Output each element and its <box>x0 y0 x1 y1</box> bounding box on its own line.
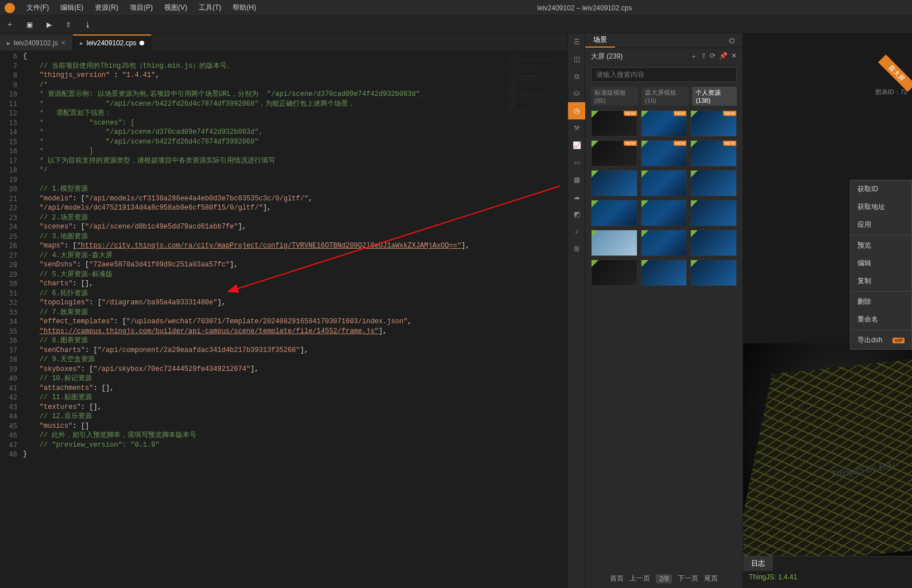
scene-panel: 场景 ⌬ 大屏 (239) ＋ ⇪ ⟳ 📌 ✕ 标准版模板(85)森大屏模板(1… <box>585 33 743 588</box>
resource-thumbnail[interactable]: NEW <box>690 110 737 137</box>
cm-edit[interactable]: 编辑 <box>851 254 911 272</box>
search-box <box>591 67 737 82</box>
resource-thumbnail[interactable] <box>591 260 637 286</box>
scene-tab-scene[interactable]: 场景 <box>585 33 615 48</box>
rail-template-icon[interactable]: ⊞ <box>568 240 585 257</box>
resource-thumbnail[interactable] <box>690 230 737 256</box>
menu-item[interactable]: 编辑(E) <box>55 3 89 13</box>
rail-globe-icon[interactable]: ◷ <box>568 102 585 119</box>
line-gutter: 6789101112131415161718192021222324252627… <box>0 51 23 588</box>
resource-thumbnail[interactable]: NEW <box>641 110 687 137</box>
rail-cloud-icon[interactable]: ☁ <box>568 188 585 206</box>
resource-thumbnail[interactable] <box>591 200 637 226</box>
resource-thumbnail[interactable] <box>641 230 687 256</box>
cm-get-url[interactable]: 获取地址 <box>851 198 911 216</box>
menu-item[interactable]: 文件(F) <box>21 3 55 13</box>
filter-tab[interactable]: 森大屏模板(16) <box>642 87 689 106</box>
rail-screen-icon[interactable]: ▭ <box>568 154 585 171</box>
rail-layers-icon[interactable]: ⧉ <box>568 68 585 85</box>
menu-item[interactable]: 视图(V) <box>159 3 193 13</box>
right-rail: ☰ ◫ ⧉ ⛁ ◷ ⚒ 📈 ▭ ▦ ☁ ◩ ♪ ⊞ <box>568 33 585 588</box>
rail-image-icon[interactable]: ▦ <box>568 171 585 188</box>
scene-sub-header: 大屏 (239) ＋ ⇪ ⟳ 📌 ✕ <box>585 48 743 65</box>
resource-thumbnail[interactable] <box>641 200 687 226</box>
resource-thumbnail[interactable]: NEW <box>591 110 637 137</box>
log-tab[interactable]: 日志 <box>743 556 773 571</box>
rail-cube-icon[interactable]: ◫ <box>568 51 585 68</box>
pager-number: 2/8 <box>656 574 673 583</box>
menu-item[interactable]: 资源(R) <box>89 3 124 13</box>
pager: 首页 上一页 2/8 下一页 尾页 <box>585 569 743 588</box>
resource-thumbnail[interactable] <box>690 170 737 196</box>
editor-tab[interactable]: ▸leiv2409102.cps <box>73 34 152 51</box>
resource-thumbnail[interactable]: NEW <box>641 140 687 167</box>
3d-canvas[interactable]: ThingJS by UIN <box>743 343 912 556</box>
resource-thumbnail[interactable] <box>591 170 637 196</box>
code-area[interactable]: { // 当前项目使用的ThingJS包（thing.min.js）的版本号。 … <box>23 51 504 588</box>
resource-thumbnail[interactable] <box>641 260 687 286</box>
app-logo-icon <box>5 3 15 13</box>
new-file-icon[interactable]: ＋ <box>3 18 16 31</box>
add-icon[interactable]: ＋ <box>690 52 697 61</box>
resource-thumbnail[interactable] <box>690 200 737 226</box>
cm-get-id[interactable]: 获取ID <box>851 180 911 198</box>
filter-tab[interactable]: 标准版模板(85) <box>591 87 638 106</box>
save-icon[interactable]: ▣ <box>23 18 36 31</box>
cm-apply[interactable]: 应用 <box>851 216 911 234</box>
cm-export[interactable]: 导出dshVIP <box>851 331 911 349</box>
rail-settings-icon[interactable]: ☰ <box>568 33 585 51</box>
pin-icon[interactable]: 📌 <box>719 52 728 61</box>
rail-tool-icon[interactable]: ⚒ <box>568 119 585 137</box>
log-panel: 日志 ThingJS: 1.4.41 <box>743 556 912 588</box>
resource-thumbnail[interactable] <box>641 170 687 196</box>
upload-icon[interactable]: ⇪ <box>701 52 706 61</box>
editor-pane: ▸leiv2409102.js×▸leiv2409102.cps 6789101… <box>0 33 567 588</box>
cm-preview[interactable]: 预览 <box>851 237 911 254</box>
pager-next[interactable]: 下一页 <box>678 574 698 583</box>
editor-tab[interactable]: ▸leiv2409102.js× <box>0 36 73 51</box>
menubar: 文件(F)编辑(E)资源(R)项目(P)视图(V)工具(T)帮助(H) leiv… <box>0 0 912 16</box>
thumbnail-grid: NEWNEWNEWNEWNEWNEW <box>585 110 743 569</box>
preview-meta: 图表ID：72 <box>875 88 907 96</box>
play-icon[interactable]: ▶ <box>42 18 55 31</box>
rail-db-icon[interactable]: ⛁ <box>568 85 585 102</box>
pager-prev[interactable]: 上一页 <box>629 574 650 583</box>
cm-copy[interactable]: 复制 <box>851 272 911 290</box>
resource-thumbnail[interactable] <box>591 230 637 256</box>
download-icon[interactable]: ⭳ <box>82 18 94 31</box>
close-panel-icon[interactable]: ✕ <box>731 52 737 61</box>
scene-title: 大屏 (239) <box>591 52 623 61</box>
resource-thumbnail[interactable]: NEW <box>591 140 637 167</box>
menu-item[interactable]: 工具(T) <box>193 3 227 13</box>
filter-tab[interactable]: 个人资源(138) <box>692 87 737 106</box>
menu-item[interactable]: 项目(P) <box>124 3 159 13</box>
scene-header-tabs: 场景 ⌬ <box>585 33 743 48</box>
resource-thumbnail[interactable] <box>690 260 737 286</box>
rail-music-icon[interactable]: ♪ <box>568 223 585 240</box>
editor-tabs: ▸leiv2409102.js×▸leiv2409102.cps <box>0 33 567 51</box>
minimap[interactable]: { // 当前项目使用的ThingJS包（thing.min.js）的版本号。 … <box>504 51 567 588</box>
filter-tabs: 标准版模板(85)森大屏模板(16)个人资源(138) <box>585 87 743 110</box>
cm-rename[interactable]: 重命名 <box>851 311 911 328</box>
search-input[interactable] <box>591 67 737 82</box>
pager-last[interactable]: 尾页 <box>704 574 718 583</box>
preview-tag: 森大屏 <box>878 55 912 92</box>
share-icon[interactable]: ⇪ <box>62 18 75 31</box>
refresh-icon[interactable]: ⟳ <box>710 52 716 61</box>
log-line: ThingJS: 1.4.41 <box>743 571 912 583</box>
pager-first[interactable]: 首页 <box>610 574 624 583</box>
window-title: leiv2409102 – leiv2409102.cps <box>262 4 907 12</box>
cm-delete[interactable]: 删除 <box>851 293 911 311</box>
rail-chart-icon[interactable]: 📈 <box>568 137 585 154</box>
rail-media-icon[interactable]: ◩ <box>568 206 585 223</box>
right-dock: ☰ ◫ ⧉ ⛁ ◷ ⚒ 📈 ▭ ▦ ☁ ◩ ♪ ⊞ 场景 ⌬ 大屏 (239) <box>567 33 912 588</box>
context-menu: 获取ID 获取地址 应用 预览 编辑 复制 删除 重命名 导出dshVIP <box>850 180 912 350</box>
resource-thumbnail[interactable]: NEW <box>690 140 737 167</box>
scene-tab-tree-icon[interactable]: ⌬ <box>721 33 743 48</box>
toolbar: ＋ ▣ ▶ ⇪ ⭳ <box>0 16 912 33</box>
menu-item[interactable]: 帮助(H) <box>227 3 262 13</box>
